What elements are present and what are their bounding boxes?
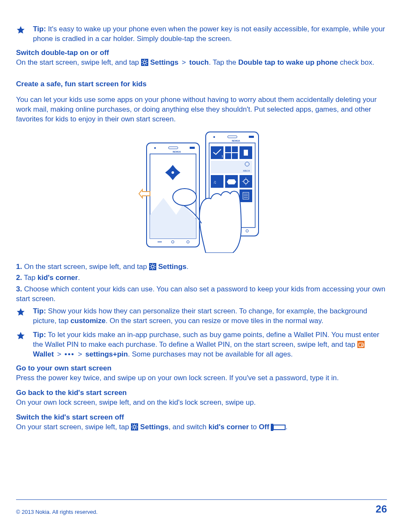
svg-rect-32	[232, 153, 238, 159]
settings-label: Settings	[140, 423, 169, 431]
svg-rect-25	[249, 136, 254, 138]
text: to	[249, 423, 259, 431]
customize-label: customize	[71, 317, 106, 325]
step-number: 2.	[16, 274, 22, 282]
para-switch-double-tap: On the start screen, swipe left, and tap…	[16, 58, 387, 68]
kids-corner-illustration: NOKIA NOKIA 1 XBOX	[16, 130, 387, 253]
heading-back-kids-screen: Go back to the kid's start screen	[16, 388, 387, 398]
text: Tap	[22, 274, 38, 282]
settings-icon	[149, 263, 156, 270]
svg-text:NOKIA: NOKIA	[173, 151, 181, 153]
svg-point-16	[172, 171, 174, 174]
copyright-text: © 2013 Nokia. All rights reserved.	[16, 508, 98, 516]
text: . Tap the	[209, 58, 238, 66]
heading-kids-start-screen: Create a safe, fun start screen for kids	[16, 80, 387, 89]
text: Choose which content your kids can use. …	[16, 285, 385, 303]
heading-own-start-screen: Go to your own start screen	[16, 364, 387, 373]
kids-corner-label: kid's corner	[208, 423, 249, 431]
svg-rect-30	[232, 146, 238, 152]
tip-block-3: Tip: To let your kids make an in-app pur…	[16, 330, 387, 359]
para-back-kids-screen: On your own lock screen, swipe left, and…	[16, 398, 387, 408]
tip-text: Tip: Show your kids how they can persona…	[33, 307, 387, 326]
tip-text: Tip: It's easy to wake up your phone eve…	[33, 25, 387, 44]
text: .	[186, 263, 188, 271]
step-2: 2. Tap kid's corner.	[16, 273, 387, 283]
para-own-start-screen: Press the power key twice, and swipe up …	[16, 373, 387, 383]
step-number: 3.	[16, 285, 22, 293]
star-icon	[16, 307, 25, 326]
more-dots-icon: •••	[65, 350, 75, 358]
text: .	[286, 423, 288, 431]
gt: >	[56, 350, 63, 358]
step-number: 1.	[16, 263, 22, 271]
settings-label: Settings	[150, 58, 179, 66]
svg-point-23	[213, 136, 215, 138]
page-footer: © 2013 Nokia. All rights reserved. 26	[16, 499, 387, 516]
gt: >	[76, 350, 83, 358]
svg-rect-34	[244, 150, 248, 156]
settings-icon	[131, 423, 138, 431]
svg-text:NOKIA: NOKIA	[232, 140, 240, 142]
toggle-off-icon	[273, 425, 286, 430]
heading-switch-kids-off: Switch the kid's start screen off	[16, 413, 387, 422]
step-3: 3. Choose which content your kids can us…	[16, 285, 387, 304]
svg-rect-31	[225, 153, 231, 159]
svg-point-55	[173, 189, 196, 206]
svg-rect-38	[211, 175, 223, 188]
svg-rect-14	[190, 147, 195, 149]
tip-block-2: Tip: Show your kids how they can persona…	[16, 307, 387, 326]
text: . Some purchases may not be available fo…	[128, 350, 293, 358]
tip-label: Tip:	[33, 331, 46, 339]
svg-text:1: 1	[221, 154, 223, 158]
kids-corner-label: kid's corner	[38, 274, 78, 282]
text: On the start screen, swipe left, and tap	[22, 263, 149, 271]
para-kids-intro: You can let your kids use some apps on y…	[16, 95, 387, 124]
settings-pin-label: settings+pin	[85, 350, 128, 358]
svg-point-12	[154, 147, 156, 149]
text: check box.	[338, 58, 374, 66]
gt: >	[180, 58, 187, 66]
svg-text:♫: ♫	[213, 180, 217, 184]
text: , and switch	[169, 423, 209, 431]
text: .	[78, 274, 80, 282]
svg-rect-29	[225, 146, 231, 152]
tip-label: Tip:	[33, 25, 46, 33]
settings-icon	[141, 59, 148, 66]
step-1: 1. On the start screen, swipe left, and …	[16, 262, 387, 272]
dtap-label: Double tap to wake up phone	[238, 58, 338, 66]
text: On the start screen, swipe left, and tap	[16, 58, 141, 66]
svg-text:XBOX: XBOX	[243, 170, 250, 172]
wallet-label: Wallet	[33, 350, 54, 358]
tip-block-1: Tip: It's easy to wake up your phone eve…	[16, 25, 387, 44]
text: . On the start screen, you can resize or…	[106, 317, 324, 325]
settings-label: Settings	[158, 263, 186, 271]
star-icon	[16, 331, 25, 359]
off-label: Off	[259, 423, 270, 431]
page-number: 26	[376, 502, 387, 516]
tip-label: Tip:	[33, 307, 46, 315]
tip-body: It's easy to wake up your phone even whe…	[33, 25, 385, 43]
text: To let your kids make an in-app purchase…	[33, 331, 379, 348]
text: On your start screen, swipe left, tap	[16, 423, 131, 431]
wallet-icon	[357, 341, 365, 348]
heading-switch-double-tap: Switch double-tap on or off	[16, 48, 387, 58]
tip-text: Tip: To let your kids make an in-app pur…	[33, 330, 387, 359]
touch-label: touch	[189, 58, 209, 66]
svg-rect-41	[240, 175, 252, 188]
star-icon	[16, 25, 25, 44]
svg-rect-68	[361, 345, 363, 346]
para-switch-kids-off: On your start screen, swipe left, tap Se…	[16, 422, 387, 432]
